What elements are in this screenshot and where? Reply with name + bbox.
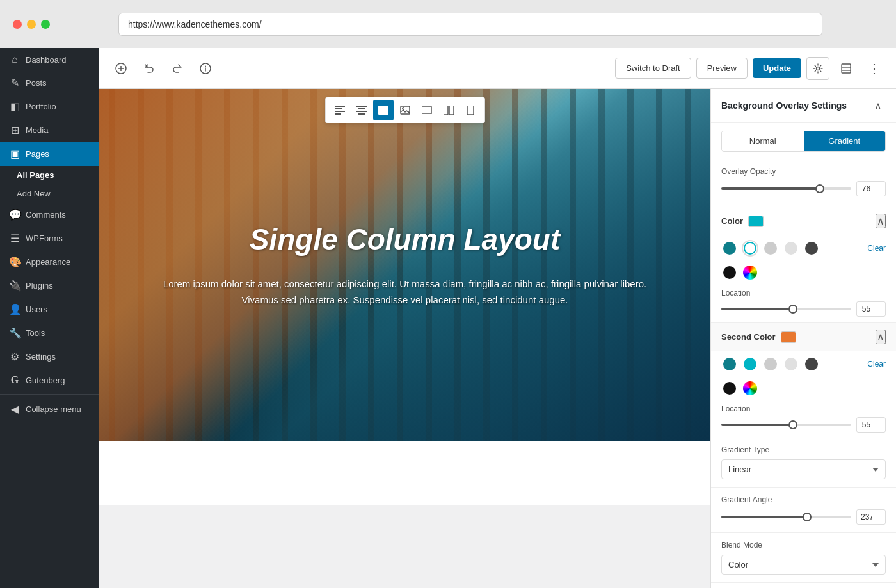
hero-body-text: Lorem ipsum dolor sit amet, consectetur … — [163, 276, 646, 308]
info-button[interactable] — [194, 57, 217, 80]
location-thumb[interactable] — [788, 305, 797, 314]
swatch-black[interactable] — [721, 264, 738, 281]
maximize-button[interactable] — [41, 20, 50, 29]
switch-to-draft-button[interactable]: Switch to Draft — [615, 58, 691, 79]
svg-rect-22 — [444, 106, 448, 115]
sidebar-item-users[interactable]: 👤 Users — [0, 298, 99, 321]
tab-normal[interactable]: Normal — [722, 131, 804, 151]
svg-rect-24 — [467, 106, 474, 115]
media-icon: ⊞ — [9, 124, 20, 136]
second-swatch-dark[interactable] — [803, 356, 820, 372]
swatch-light-gray[interactable] — [762, 240, 779, 257]
second-swatch-multicolor[interactable] — [742, 380, 758, 397]
preview-button[interactable]: Preview — [696, 58, 748, 79]
second-swatch-teal[interactable] — [742, 356, 758, 372]
swatch-multicolor[interactable] — [742, 264, 758, 281]
blend-mode-select[interactable]: Normal Multiply Screen Overlay Color Lum… — [721, 555, 886, 575]
minimize-button[interactable] — [27, 20, 36, 29]
color-section-collapse[interactable]: ∧ — [876, 214, 886, 228]
appearance-icon: 🎨 — [9, 256, 20, 268]
location-input[interactable] — [856, 301, 886, 317]
swatch-teal-dark[interactable] — [721, 240, 738, 257]
submenu-all-pages[interactable]: All Pages — [0, 166, 99, 184]
tab-gradient[interactable]: Gradient — [804, 131, 886, 151]
sidebar-item-dashboard[interactable]: ⌂ Dashboard — [0, 48, 99, 71]
sidebar-item-media[interactable]: ⊞ Media — [0, 118, 99, 142]
close-button[interactable] — [13, 20, 22, 29]
color-clear-link[interactable]: Clear — [867, 244, 886, 253]
add-new-label: Add New — [17, 189, 51, 198]
narrow-icon — [465, 106, 476, 115]
second-color-clear-link[interactable]: Clear — [867, 360, 886, 369]
svg-rect-23 — [449, 106, 454, 115]
opacity-slider[interactable] — [721, 187, 851, 190]
second-location-slider[interactable] — [721, 424, 851, 426]
swatch-lighter-gray[interactable] — [783, 240, 799, 257]
second-color-section-collapse[interactable]: ∧ — [876, 330, 886, 344]
sidebar-item-appearance[interactable]: 🎨 Appearance — [0, 250, 99, 274]
color-label-text: Color — [721, 216, 743, 226]
second-location-input[interactable] — [856, 417, 886, 433]
sidebar-item-plugins[interactable]: 🔌 Plugins — [0, 274, 99, 298]
second-location-fill — [721, 424, 793, 426]
second-location-thumb[interactable] — [788, 420, 797, 429]
opacity-input[interactable]: 76 — [856, 181, 886, 196]
update-button[interactable]: Update — [753, 58, 801, 78]
collapse-icon: ◀ — [9, 403, 20, 415]
layout-button[interactable] — [835, 57, 858, 80]
current-color-swatch[interactable] — [748, 216, 764, 227]
align-center-btn[interactable] — [351, 100, 372, 120]
angle-thumb[interactable] — [803, 513, 812, 521]
more-options-button[interactable]: ⋮ — [863, 57, 886, 80]
add-block-button[interactable] — [109, 57, 132, 80]
submenu-add-new[interactable]: Add New — [0, 184, 99, 203]
undo-button[interactable] — [138, 57, 161, 80]
toolbar-right: Switch to Draft Preview Update — [615, 57, 886, 80]
align-left-btn[interactable] — [330, 100, 350, 120]
swatch-teal[interactable] — [742, 240, 758, 257]
redo-button[interactable] — [166, 57, 189, 80]
second-current-color-swatch[interactable] — [781, 331, 796, 343]
sidebar-item-posts[interactable]: ✎ Posts — [0, 71, 99, 95]
dual-col-btn[interactable] — [438, 100, 459, 120]
sidebar-item-gutenberg[interactable]: G Gutenberg — [0, 369, 99, 392]
block-toolbar — [325, 97, 485, 123]
info-icon — [200, 63, 211, 74]
wide-icon — [422, 106, 432, 115]
address-bar[interactable]: https://www.kadencethemes.com/ — [118, 13, 822, 36]
angle-row — [721, 509, 886, 525]
second-swatch-teal-dark[interactable] — [721, 356, 738, 372]
sidebar-item-label: Appearance — [26, 257, 70, 267]
panel-collapse-button[interactable]: ∧ — [870, 98, 886, 113]
sidebar-item-settings[interactable]: ⚙ Settings — [0, 345, 99, 369]
full-width-icon — [378, 106, 388, 115]
dashboard-icon: ⌂ — [9, 54, 20, 65]
sidebar-item-tools[interactable]: 🔧 Tools — [0, 321, 99, 345]
sidebar-item-comments[interactable]: 💬 Comments — [0, 203, 99, 226]
opacity-thumb[interactable] — [815, 184, 824, 193]
collapse-label: Collapse menu — [26, 404, 81, 414]
angle-slider[interactable] — [721, 516, 851, 518]
sidebar-item-label: Media — [26, 125, 48, 135]
angle-input[interactable] — [856, 509, 886, 525]
sidebar-item-wpforms[interactable]: ☰ WPForms — [0, 226, 99, 250]
location-slider[interactable] — [721, 308, 851, 310]
full-width-btn[interactable] — [373, 100, 394, 120]
image-btn[interactable] — [395, 100, 415, 120]
wpforms-icon: ☰ — [9, 232, 20, 244]
sidebar-item-pages[interactable]: ▣ Pages — [0, 142, 99, 166]
image-icon — [400, 106, 410, 115]
gradient-type-select[interactable]: Linear Radial — [721, 459, 886, 479]
second-swatch-black[interactable] — [721, 380, 738, 397]
collapse-menu[interactable]: ◀ Collapse menu — [0, 397, 99, 421]
page-settings-button[interactable] — [806, 57, 829, 80]
second-swatch-light-gray[interactable] — [762, 356, 779, 372]
location-fill — [721, 308, 793, 310]
narrow-btn[interactable] — [460, 100, 481, 120]
swatch-dark[interactable] — [803, 240, 820, 257]
url-text: https://www.kadencethemes.com/ — [128, 19, 262, 29]
wide-btn[interactable] — [417, 100, 437, 120]
sidebar: ⌂ Dashboard ✎ Posts ◧ Portfolio ⊞ Media … — [0, 48, 99, 588]
sidebar-item-portfolio[interactable]: ◧ Portfolio — [0, 95, 99, 118]
second-swatch-lighter-gray[interactable] — [783, 356, 799, 372]
